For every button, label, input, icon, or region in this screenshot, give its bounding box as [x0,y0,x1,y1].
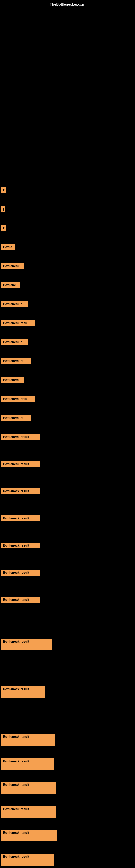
bottleneck-result-item[interactable]: Bottleneck result [1,830,57,841]
bottleneck-result-item[interactable]: Bottleneck result [1,434,41,440]
bottleneck-result-item[interactable]: B [1,187,6,193]
bottleneck-result-item[interactable]: Bottleneck result [1,758,54,770]
bottleneck-result-item[interactable]: Bottleneck result [1,516,41,521]
bottleneck-result-item[interactable]: Bottleneck resu [1,396,35,402]
bottleneck-result-item[interactable]: Bottleneck result [1,461,41,467]
bottleneck-result-item[interactable]: B [1,225,6,231]
bottleneck-result-item[interactable]: Bottleneck result [1,488,41,494]
bottleneck-result-item[interactable]: Bottleneck result [1,639,52,650]
bottleneck-result-item[interactable]: | [1,206,5,212]
site-title: TheBottlenecker.com [50,2,85,6]
bottleneck-result-item[interactable]: Bottleneck r [1,301,28,307]
bottleneck-result-item[interactable]: Bottle [1,244,15,250]
bottleneck-result-item[interactable]: Bottleneck result [1,806,56,817]
bottleneck-result-item[interactable]: Bottleneck [1,263,24,269]
bottleneck-result-item[interactable]: Bottleneck result [1,597,41,603]
bottleneck-result-item[interactable]: Bottleneck result [1,782,56,794]
bottleneck-result-item[interactable]: Bottleneck result [1,686,45,698]
bottleneck-result-item[interactable]: Bottleneck result [1,854,54,866]
bottleneck-result-item[interactable]: Bottleneck re [1,415,31,421]
bottleneck-result-item[interactable]: Bottleneck result [1,569,41,576]
bottleneck-result-item[interactable]: Bottleneck [1,377,24,383]
bottleneck-result-item[interactable]: Bottleneck r [1,339,28,345]
bottleneck-result-item[interactable]: Bottleneck result [1,734,55,746]
bottleneck-result-item[interactable]: Bottleneck resu [1,320,35,326]
bottleneck-result-item[interactable]: Bottleneck result [1,542,41,549]
bottleneck-result-item[interactable]: Bottleneck re [1,358,31,364]
bottleneck-result-item[interactable]: Bottlene [1,282,20,288]
